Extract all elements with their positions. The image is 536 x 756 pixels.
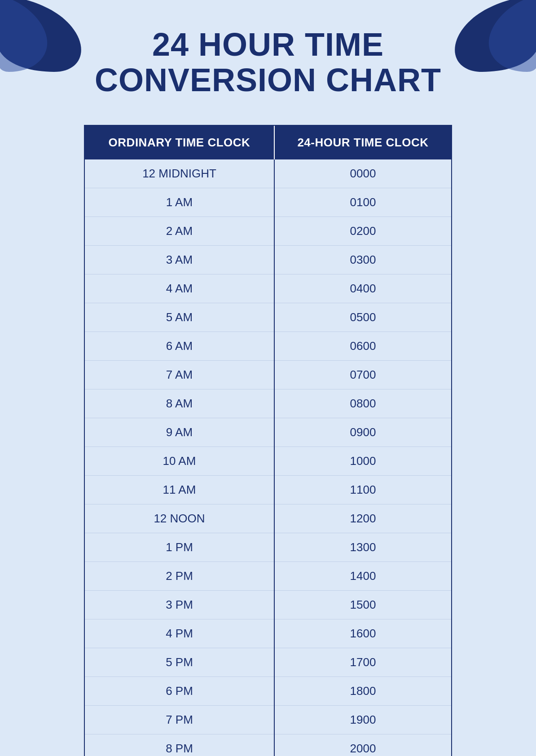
ordinary-time-cell: 5 AM xyxy=(85,303,274,332)
table-row: 1 AM0100 xyxy=(85,188,451,217)
table-row: 3 PM1500 xyxy=(85,591,451,619)
ordinary-time-cell: 6 AM xyxy=(85,332,274,361)
table-row: 4 AM0400 xyxy=(85,274,451,303)
military-time-cell: 0700 xyxy=(274,361,451,389)
table-row: 6 AM0600 xyxy=(85,332,451,361)
table-row: 1 PM1300 xyxy=(85,533,451,562)
table-row: 11 AM1100 xyxy=(85,476,451,504)
military-time-cell: 0800 xyxy=(274,389,451,418)
table-row: 7 PM1900 xyxy=(85,706,451,734)
military-time-cell: 0300 xyxy=(274,246,451,274)
ordinary-time-cell: 6 PM xyxy=(85,677,274,706)
table-row: 8 AM0800 xyxy=(85,389,451,418)
ordinary-time-cell: 3 AM xyxy=(85,246,274,274)
military-time-cell: 1000 xyxy=(274,447,451,476)
conversion-table-container: ORDINARY TIME CLOCK 24-HOUR TIME CLOCK 1… xyxy=(84,125,452,756)
military-time-cell: 0900 xyxy=(274,418,451,447)
ordinary-time-cell: 3 PM xyxy=(85,591,274,619)
military-time-cell: 1200 xyxy=(274,504,451,533)
ordinary-time-cell: 12 NOON xyxy=(85,504,274,533)
table-row: 10 AM1000 xyxy=(85,447,451,476)
military-time-cell: 2000 xyxy=(274,734,451,756)
table-row: 3 AM0300 xyxy=(85,246,451,274)
military-time-cell: 0400 xyxy=(274,274,451,303)
military-time-cell: 0000 xyxy=(274,159,451,188)
ordinary-time-cell: 8 AM xyxy=(85,389,274,418)
ordinary-time-cell: 4 PM xyxy=(85,619,274,648)
military-time-cell: 1900 xyxy=(274,706,451,734)
ordinary-time-cell: 8 PM xyxy=(85,734,274,756)
page: 24 HOUR TIME CONVERSION CHART ORDINARY T… xyxy=(0,0,536,756)
military-time-cell: 1600 xyxy=(274,619,451,648)
military-time-cell: 0600 xyxy=(274,332,451,361)
military-time-cell: 0200 xyxy=(274,217,451,246)
col-header-ordinary: ORDINARY TIME CLOCK xyxy=(85,126,274,159)
page-title-line1: 24 HOUR TIME xyxy=(95,27,441,62)
ordinary-time-cell: 10 AM xyxy=(85,447,274,476)
table-row: 8 PM2000 xyxy=(85,734,451,756)
military-time-cell: 0500 xyxy=(274,303,451,332)
table-row: 12 NOON1200 xyxy=(85,504,451,533)
ordinary-time-cell: 2 AM xyxy=(85,217,274,246)
table-row: 9 AM0900 xyxy=(85,418,451,447)
military-time-cell: 1300 xyxy=(274,533,451,562)
ordinary-time-cell: 7 PM xyxy=(85,706,274,734)
table-row: 7 AM0700 xyxy=(85,361,451,389)
ordinary-time-cell: 1 AM xyxy=(85,188,274,217)
ordinary-time-cell: 1 PM xyxy=(85,533,274,562)
table-row: 5 AM0500 xyxy=(85,303,451,332)
military-time-cell: 1700 xyxy=(274,648,451,677)
ordinary-time-cell: 9 AM xyxy=(85,418,274,447)
military-time-cell: 1800 xyxy=(274,677,451,706)
ordinary-time-cell: 12 MIDNIGHT xyxy=(85,159,274,188)
table-row: 6 PM1800 xyxy=(85,677,451,706)
col-header-military: 24-HOUR TIME CLOCK xyxy=(274,126,451,159)
military-time-cell: 1500 xyxy=(274,591,451,619)
ordinary-time-cell: 5 PM xyxy=(85,648,274,677)
conversion-table: ORDINARY TIME CLOCK 24-HOUR TIME CLOCK 1… xyxy=(85,126,451,756)
table-row: 2 AM0200 xyxy=(85,217,451,246)
page-title-line2: CONVERSION CHART xyxy=(95,62,441,98)
table-row: 5 PM1700 xyxy=(85,648,451,677)
military-time-cell: 1400 xyxy=(274,562,451,591)
table-header-row: ORDINARY TIME CLOCK 24-HOUR TIME CLOCK xyxy=(85,126,451,159)
military-time-cell: 0100 xyxy=(274,188,451,217)
ordinary-time-cell: 7 AM xyxy=(85,361,274,389)
table-row: 4 PM1600 xyxy=(85,619,451,648)
page-title: 24 HOUR TIME CONVERSION CHART xyxy=(68,27,468,98)
ordinary-time-cell: 4 AM xyxy=(85,274,274,303)
table-row: 12 MIDNIGHT0000 xyxy=(85,159,451,188)
ordinary-time-cell: 11 AM xyxy=(85,476,274,504)
military-time-cell: 1100 xyxy=(274,476,451,504)
table-row: 2 PM1400 xyxy=(85,562,451,591)
ordinary-time-cell: 2 PM xyxy=(85,562,274,591)
table-body: 12 MIDNIGHT00001 AM01002 AM02003 AM03004… xyxy=(85,159,451,756)
